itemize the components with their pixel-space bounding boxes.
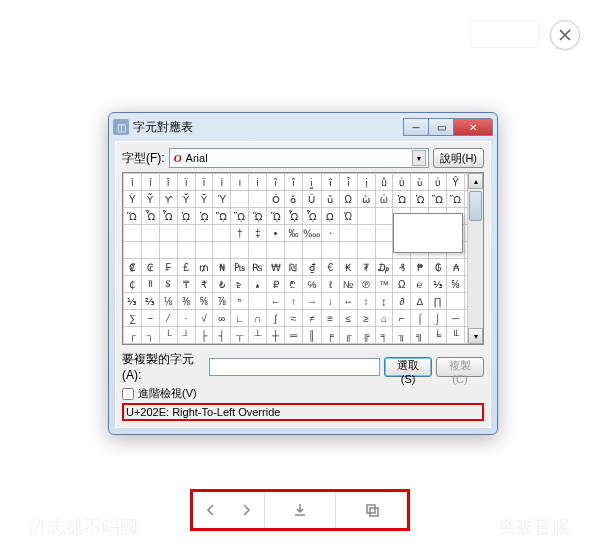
char-cell[interactable]: ℮ [411, 276, 429, 293]
char-cell[interactable]: ḯ [321, 174, 339, 191]
char-cell[interactable]: Ω [339, 191, 357, 208]
char-cell[interactable]: î [159, 174, 177, 191]
char-cell[interactable]: Ὠ [393, 191, 411, 208]
prev-button[interactable] [193, 492, 228, 528]
char-cell[interactable]: ┌ [124, 327, 142, 344]
char-cell[interactable]: ⅞ [213, 293, 231, 310]
char-cell[interactable]: ᾯ [302, 208, 321, 225]
char-cell[interactable] [357, 242, 375, 259]
char-cell[interactable]: ╕ [375, 327, 393, 344]
char-cell[interactable] [375, 225, 393, 242]
char-cell[interactable] [339, 242, 357, 259]
char-cell[interactable] [195, 242, 213, 259]
char-cell[interactable]: ₩ [267, 259, 285, 276]
char-cell[interactable] [249, 293, 267, 310]
window-close-button[interactable]: ✕ [453, 118, 493, 136]
char-cell[interactable]: ↨ [375, 293, 393, 310]
copy-button[interactable]: 複製(C) [436, 357, 484, 377]
char-cell[interactable]: ∂ [393, 293, 411, 310]
char-cell[interactable]: ỉ [339, 174, 357, 191]
char-cell[interactable] [375, 242, 393, 259]
char-cell[interactable]: ů [375, 174, 393, 191]
titlebar[interactable]: ◫ 字元對應表 ─ ▭ ✕ [109, 113, 497, 141]
char-cell[interactable]: ₶ [141, 276, 159, 293]
char-cell[interactable]: ώ [375, 191, 393, 208]
char-cell[interactable] [159, 242, 177, 259]
char-cell[interactable]: € [321, 259, 339, 276]
char-cell[interactable]: ║ [302, 327, 321, 344]
char-cell[interactable]: • [267, 225, 285, 242]
top-right-btn[interactable] [470, 20, 540, 48]
char-cell[interactable]: ǔ [321, 191, 339, 208]
char-cell[interactable]: ₽ [267, 276, 285, 293]
help-button[interactable]: 說明(H) [433, 148, 484, 168]
char-cell[interactable]: ↕ [357, 293, 375, 310]
char-cell[interactable]: Ŷ [447, 174, 465, 191]
char-cell[interactable]: ⅓ [429, 276, 447, 293]
char-cell[interactable]: ┬ [231, 327, 249, 344]
char-cell[interactable]: ₪ [285, 259, 303, 276]
char-cell[interactable] [447, 293, 465, 310]
char-cell[interactable]: ℅ [302, 276, 321, 293]
char-cell[interactable] [177, 225, 195, 242]
char-cell[interactable]: ∑ [124, 310, 142, 327]
char-cell[interactable]: ⅓ [124, 293, 142, 310]
char-cell[interactable] [195, 225, 213, 242]
char-cell[interactable] [302, 242, 321, 259]
char-cell[interactable]: ⌂ [375, 310, 393, 327]
char-cell[interactable]: ᾩ [195, 208, 213, 225]
scroll-thumb[interactable] [469, 191, 482, 221]
char-cell[interactable]: ╖ [393, 327, 411, 344]
char-cell[interactable]: ∕ [159, 310, 177, 327]
char-cell[interactable]: ⌐ [393, 310, 411, 327]
char-cell[interactable]: ₷ [159, 276, 177, 293]
gallery-button[interactable] [336, 492, 407, 528]
char-cell[interactable]: i [249, 174, 267, 191]
char-cell[interactable]: ₯ [375, 259, 393, 276]
char-cell[interactable]: ∞ [213, 310, 231, 327]
char-cell[interactable]: ₧ [231, 259, 249, 276]
char-cell[interactable]: ≤ [339, 310, 357, 327]
char-cell[interactable] [357, 208, 375, 225]
char-cell[interactable]: ┤ [213, 327, 231, 344]
char-cell[interactable] [177, 242, 195, 259]
char-cell[interactable]: ᾮ [285, 208, 303, 225]
char-cell[interactable]: ╙ [447, 327, 465, 344]
char-cell[interactable]: ⅝ [447, 276, 465, 293]
char-cell[interactable] [213, 225, 231, 242]
scroll-down-icon[interactable]: ▾ [468, 328, 483, 344]
char-cell[interactable]: ∩ [249, 310, 267, 327]
char-cell[interactable]: ‱ [302, 225, 321, 242]
char-cell[interactable] [141, 225, 159, 242]
char-cell[interactable]: ₺ [213, 276, 231, 293]
scrollbar[interactable]: ▴ ▾ [467, 173, 483, 344]
char-cell[interactable]: ┴ [249, 327, 267, 344]
char-cell[interactable]: ǒ [285, 191, 303, 208]
char-cell[interactable]: í [141, 174, 159, 191]
char-cell[interactable]: ╔ [357, 327, 375, 344]
char-cell[interactable]: Ῠ [177, 191, 195, 208]
char-cell[interactable]: ┼ [267, 327, 285, 344]
char-cell[interactable]: − [141, 310, 159, 327]
char-cell[interactable]: ⅝ [195, 293, 213, 310]
char-cell[interactable]: ₥ [195, 259, 213, 276]
char-cell[interactable]: Ῡ [195, 191, 213, 208]
char-cell[interactable]: ₾ [285, 276, 303, 293]
char-cell[interactable]: ↔ [339, 293, 357, 310]
char-cell[interactable]: ₳ [447, 259, 465, 276]
char-cell[interactable]: ┘ [177, 327, 195, 344]
char-cell[interactable]: ← [267, 293, 285, 310]
char-cell[interactable]: ȉ [267, 174, 285, 191]
char-cell[interactable]: ∟ [231, 310, 249, 327]
char-cell[interactable]: ₼ [249, 276, 267, 293]
char-cell[interactable]: ḭ [302, 174, 321, 191]
char-cell[interactable]: ύ [393, 174, 411, 191]
char-cell[interactable]: ─ [447, 310, 465, 327]
char-cell[interactable]: ₱ [411, 259, 429, 276]
char-cell[interactable]: ύ [429, 174, 447, 191]
char-cell[interactable]: Ὡ [411, 191, 429, 208]
char-cell[interactable]: ™ [375, 276, 393, 293]
char-cell[interactable] [231, 191, 249, 208]
char-cell[interactable] [124, 242, 142, 259]
advanced-checkbox[interactable] [122, 388, 134, 400]
